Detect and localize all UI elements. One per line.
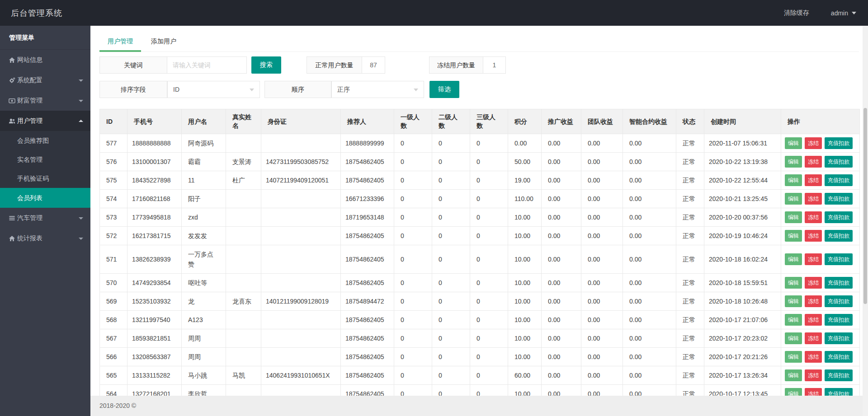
edit-button[interactable]: 编辑 bbox=[785, 295, 802, 307]
cell-status: 正常 bbox=[676, 153, 704, 171]
freeze-button[interactable]: 冻结 bbox=[805, 137, 822, 149]
sidebar-item-label: 用户管理 bbox=[17, 117, 42, 124]
cell-points: 10.00 bbox=[508, 227, 542, 245]
freeze-button[interactable]: 冻结 bbox=[805, 193, 822, 205]
cell-level2-count: 0 bbox=[432, 311, 470, 329]
cell-created-time: 2020-10-17 21:07:06 bbox=[704, 311, 781, 329]
filter-button[interactable]: 筛选 bbox=[429, 81, 459, 98]
cell-id: 577 bbox=[100, 134, 127, 153]
freeze-button[interactable]: 冻结 bbox=[805, 156, 822, 168]
edit-button[interactable]: 编辑 bbox=[785, 193, 802, 205]
recharge-deduct-button[interactable]: 充值扣款 bbox=[825, 332, 853, 344]
cell-level2-count: 0 bbox=[432, 153, 470, 171]
clear-cache-link[interactable]: 清除缓存 bbox=[784, 9, 809, 17]
username-label: admin bbox=[831, 9, 848, 17]
cell-referrer: 18754862405 bbox=[341, 329, 394, 348]
table-row: 57317739495818zxd1871965314800010.000.00… bbox=[100, 208, 860, 227]
edit-button[interactable]: 编辑 bbox=[785, 277, 802, 289]
sidebar-item-car-management[interactable]: 汽车管理 bbox=[0, 208, 90, 228]
cell-created-time: 2020-10-21 13:25:45 bbox=[704, 190, 781, 208]
recharge-deduct-button[interactable]: 充值扣款 bbox=[825, 351, 853, 363]
freeze-button[interactable]: 冻结 bbox=[805, 277, 822, 289]
freeze-button[interactable]: 冻结 bbox=[805, 295, 822, 307]
cell-idcard bbox=[261, 348, 341, 366]
cell-id: 573 bbox=[100, 208, 127, 227]
freeze-button[interactable]: 冻结 bbox=[805, 332, 822, 344]
freeze-button[interactable]: 冻结 bbox=[805, 351, 822, 363]
edit-button[interactable]: 编辑 bbox=[785, 211, 802, 223]
cell-contract-income: 0.00 bbox=[623, 171, 676, 190]
freeze-button[interactable]: 冻结 bbox=[805, 174, 822, 186]
recharge-deduct-button[interactable]: 充值扣款 bbox=[825, 277, 853, 289]
cell-realname: 马凯 bbox=[226, 366, 261, 385]
cell-points: 10.00 bbox=[508, 208, 542, 227]
sidebar-item-wealth-management[interactable]: 财富管理 bbox=[0, 90, 90, 111]
column-header-level3-count: 三级人数 bbox=[470, 109, 508, 134]
recharge-deduct-button[interactable]: 充值扣款 bbox=[825, 156, 853, 168]
sidebar-item-realname-management[interactable]: 实名管理 bbox=[0, 150, 90, 169]
members-table-wrap: ID手机号用户名真实姓名身份证推荐人一级人数二级人数三级人数积分推广收益团队收益… bbox=[99, 109, 859, 403]
tab-add-user[interactable]: 添加用户 bbox=[143, 32, 184, 52]
recharge-deduct-button[interactable]: 充值扣款 bbox=[825, 295, 853, 307]
cell-status: 正常 bbox=[676, 245, 704, 274]
tab-user-management[interactable]: 用户管理 bbox=[99, 32, 141, 52]
recharge-deduct-button[interactable]: 充值扣款 bbox=[825, 174, 853, 186]
edit-button[interactable]: 编辑 bbox=[785, 253, 802, 265]
recharge-deduct-button[interactable]: 充值扣款 bbox=[825, 369, 853, 381]
freeze-button[interactable]: 冻结 bbox=[805, 314, 822, 326]
freeze-button[interactable]: 冻结 bbox=[805, 369, 822, 381]
cell-promo-income: 0.00 bbox=[542, 329, 581, 348]
recharge-deduct-button[interactable]: 充值扣款 bbox=[825, 253, 853, 265]
recharge-deduct-button[interactable]: 充值扣款 bbox=[825, 230, 853, 242]
keyword-input[interactable] bbox=[167, 56, 247, 74]
cell-phone: 16217381715 bbox=[127, 227, 182, 245]
cell-level3-count: 0 bbox=[470, 208, 508, 227]
money-icon bbox=[9, 97, 15, 104]
edit-button[interactable]: 编辑 bbox=[785, 369, 802, 381]
sidebar-item-member-referral-chart[interactable]: 会员推荐图 bbox=[0, 131, 90, 150]
recharge-deduct-button[interactable]: 充值扣款 bbox=[825, 137, 853, 149]
normal-users-label: 正常用户数量 bbox=[307, 56, 362, 74]
user-menu[interactable]: admin bbox=[831, 9, 856, 17]
cell-operations: 编辑冻结充值扣款 bbox=[781, 245, 860, 274]
cell-contract-income: 0.00 bbox=[623, 227, 676, 245]
cell-contract-income: 0.00 bbox=[623, 153, 676, 171]
cell-level1-count: 0 bbox=[394, 292, 432, 311]
sidebar-item-label: 系统配置 bbox=[17, 76, 42, 84]
edit-button[interactable]: 编辑 bbox=[785, 137, 802, 149]
recharge-deduct-button[interactable]: 充值扣款 bbox=[825, 314, 853, 326]
edit-button[interactable]: 编辑 bbox=[785, 230, 802, 242]
sidebar-item-statistics-report[interactable]: 统计报表 bbox=[0, 228, 90, 248]
recharge-deduct-button[interactable]: 充值扣款 bbox=[825, 193, 853, 205]
recharge-deduct-button[interactable]: 充值扣款 bbox=[825, 211, 853, 223]
cell-operations: 编辑冻结充值扣款 bbox=[781, 227, 860, 245]
search-button[interactable]: 搜索 bbox=[251, 56, 281, 74]
freeze-button[interactable]: 冻结 bbox=[805, 230, 822, 242]
cell-level2-count: 0 bbox=[432, 292, 470, 311]
cell-realname bbox=[226, 274, 261, 292]
cell-status: 正常 bbox=[676, 134, 704, 153]
sort-field-select[interactable]: ID bbox=[167, 81, 260, 98]
sidebar-item-system-config[interactable]: 系统配置 bbox=[0, 70, 90, 90]
sidebar-item-user-management[interactable]: 用户管理 bbox=[0, 111, 90, 131]
cell-idcard bbox=[261, 274, 341, 292]
scrollbar-thumb[interactable] bbox=[863, 108, 867, 304]
cell-level2-count: 0 bbox=[432, 208, 470, 227]
cell-level1-count: 0 bbox=[394, 245, 432, 274]
sidebar-item-phone-verification[interactable]: 手机验证码 bbox=[0, 169, 90, 188]
table-row: 57417160821168阳子16671233396000110.000.00… bbox=[100, 190, 860, 208]
cell-idcard bbox=[261, 311, 341, 329]
edit-button[interactable]: 编辑 bbox=[785, 332, 802, 344]
freeze-button[interactable]: 冻结 bbox=[805, 253, 822, 265]
freeze-button[interactable]: 冻结 bbox=[805, 211, 822, 223]
cell-status: 正常 bbox=[676, 171, 704, 190]
vertical-scrollbar[interactable] bbox=[863, 26, 868, 416]
sidebar-item-site-info[interactable]: 网站信息 bbox=[0, 50, 90, 70]
edit-button[interactable]: 编辑 bbox=[785, 351, 802, 363]
edit-button[interactable]: 编辑 bbox=[785, 314, 802, 326]
edit-button[interactable]: 编辑 bbox=[785, 174, 802, 186]
sidebar-item-member-list[interactable]: 会员列表 bbox=[0, 188, 90, 208]
edit-button[interactable]: 编辑 bbox=[785, 156, 802, 168]
order-select[interactable]: 正序 bbox=[331, 81, 424, 98]
cell-idcard: 14062419931010651X bbox=[261, 366, 341, 385]
